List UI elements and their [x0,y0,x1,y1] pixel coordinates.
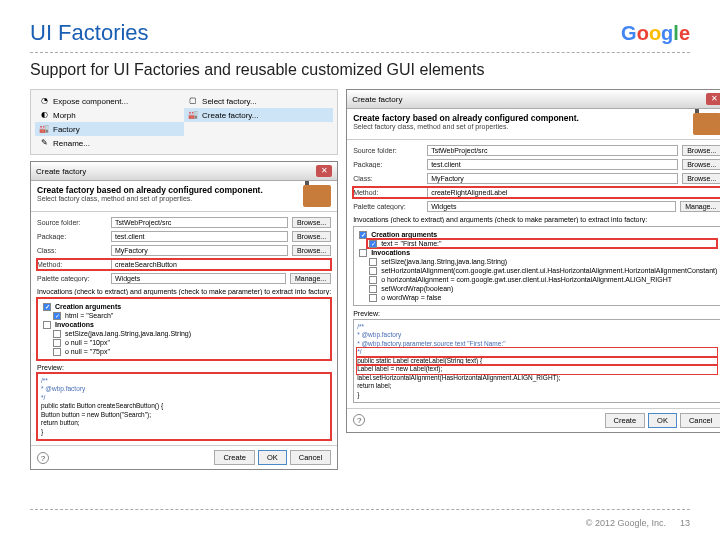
close-icon[interactable]: ✕ [706,93,720,105]
checkbox-icon[interactable] [369,276,377,284]
tree-group[interactable]: ✓Creation arguments [357,230,717,239]
tree-item[interactable]: setHorizontalAlignment(com.google.gwt.us… [367,266,717,275]
create-button[interactable]: Create [605,413,646,428]
ok-button[interactable]: OK [258,450,287,465]
tree-item[interactable]: setWordWrap(boolean) [367,284,717,293]
browse-button[interactable]: Browse... [292,245,331,256]
checkbox-icon[interactable] [369,285,377,293]
tree-group[interactable]: ✓Creation arguments [41,302,327,311]
menu-icon: 🏭 [39,124,49,134]
checkbox-icon[interactable] [369,258,377,266]
class-input[interactable]: MyFactory [111,245,288,256]
context-menu: ◔Expose component...◐Morph🏭Factory✎Renam… [30,89,338,155]
tree-item[interactable]: ✓html = "Search" [51,311,327,320]
tree-item[interactable]: o horizontalAlignment = com.google.gwt.u… [367,275,717,284]
page-title: UI Factories [30,20,149,46]
class-label: Class: [37,247,107,254]
browse-button[interactable]: Browse... [682,159,720,170]
invocations-tree[interactable]: ✓Creation arguments✓text = "First Name:"… [353,226,720,306]
checkbox-icon[interactable]: ✓ [359,231,367,239]
dialog-title: Create factory [352,95,402,104]
method-input[interactable]: createRightAlignedLabel [427,187,720,198]
tree-item[interactable]: o null = "75px" [51,347,327,356]
browse-button[interactable]: Browse... [292,217,331,228]
palette-input[interactable]: Widgets [111,273,286,284]
dialog-header-title: Create factory based on already configur… [37,185,263,195]
menu-item[interactable]: ✎Rename... [35,136,184,150]
palette-label: Palette category: [37,275,107,282]
browse-button[interactable]: Browse... [292,231,331,242]
package-label: Package: [353,161,423,168]
subtitle: Support for UI Factories and reusable cu… [30,61,690,79]
dialog-header-sub: Select factory class, method and set of … [37,195,263,202]
menu-item[interactable]: ◐Morph [35,108,184,122]
copyright: © 2012 Google, Inc. [586,518,666,528]
menu-item[interactable]: ▢Select factory... [184,94,333,108]
package-input[interactable]: test.client [111,231,288,242]
checkbox-icon[interactable]: ✓ [53,312,61,320]
cancel-button[interactable]: Cancel [290,450,331,465]
google-logo: Google [621,22,690,45]
page-number: 13 [680,518,690,528]
preview-label: Preview: [353,310,720,317]
class-input[interactable]: MyFactory [427,173,678,184]
dialog-header-title: Create factory based on already configur… [353,113,579,123]
menu-icon: ◐ [39,110,49,120]
factory-icon [693,113,720,135]
checkbox-icon[interactable] [359,249,367,257]
preview-label: Preview: [37,364,331,371]
tree-item[interactable]: ✓text = "First Name:" [367,239,717,248]
divider [30,509,690,510]
checkbox-icon[interactable] [53,339,61,347]
source-label: Source folder: [37,219,107,226]
tree-group[interactable]: Invocations [357,248,717,257]
source-input[interactable]: TstWebProject/src [427,145,678,156]
invocations-tree[interactable]: ✓Creation arguments✓html = "Search"Invoc… [37,298,331,360]
method-label: Method: [37,261,107,268]
create-factory-dialog-right: Create factory ✕ Create factory based on… [346,89,720,433]
tree-item[interactable]: setSize(java.lang.String,java.lang.Strin… [367,257,717,266]
tree-item[interactable]: o null = "10px" [51,338,327,347]
source-label: Source folder: [353,147,423,154]
menu-item[interactable]: ◔Expose component... [35,94,184,108]
palette-input[interactable]: Widgets [427,201,676,212]
class-label: Class: [353,175,423,182]
tree-item[interactable]: o wordWrap = false [367,293,717,302]
ok-button[interactable]: OK [648,413,677,428]
checkbox-icon[interactable] [43,321,51,329]
tree-group[interactable]: Invocations [41,320,327,329]
invocations-label: Invocations (check to extract) and argum… [353,216,720,223]
manage-button[interactable]: Manage... [680,201,720,212]
preview-code: /** * @wbp.factory */public static Butto… [37,373,331,440]
help-icon[interactable]: ? [37,452,49,464]
dialog-title: Create factory [36,167,86,176]
browse-button[interactable]: Browse... [682,173,720,184]
checkbox-icon[interactable] [53,330,61,338]
tree-item[interactable]: setSize(java.lang.String,java.lang.Strin… [51,329,327,338]
checkbox-icon[interactable] [369,267,377,275]
create-button[interactable]: Create [214,450,255,465]
checkbox-icon[interactable] [369,294,377,302]
menu-icon: ◔ [39,96,49,106]
menu-icon: ✎ [39,138,49,148]
menu-item[interactable]: 🏭Factory [35,122,184,136]
menu-item[interactable]: 🏭Create factory... [184,108,333,122]
checkbox-icon[interactable] [53,348,61,356]
menu-icon: 🏭 [188,110,198,120]
checkbox-icon[interactable]: ✓ [369,240,377,248]
close-icon[interactable]: ✕ [316,165,332,177]
dialog-header-sub: Select factory class, method and set of … [353,123,579,130]
checkbox-icon[interactable]: ✓ [43,303,51,311]
preview-code: /** * @wbp.factory * @wbp.factory.parame… [353,319,720,403]
method-input[interactable]: createSearchButton [111,259,331,270]
factory-icon [303,185,331,207]
manage-button[interactable]: Manage... [290,273,331,284]
source-input[interactable]: TstWebProject/src [111,217,288,228]
invocations-label: Invocations (check to extract) and argum… [37,288,331,295]
package-input[interactable]: test.client [427,159,678,170]
browse-button[interactable]: Browse... [682,145,720,156]
help-icon[interactable]: ? [353,414,365,426]
create-factory-dialog-left: Create factory ✕ Create factory based on… [30,161,338,470]
method-label: Method: [353,189,423,196]
cancel-button[interactable]: Cancel [680,413,720,428]
